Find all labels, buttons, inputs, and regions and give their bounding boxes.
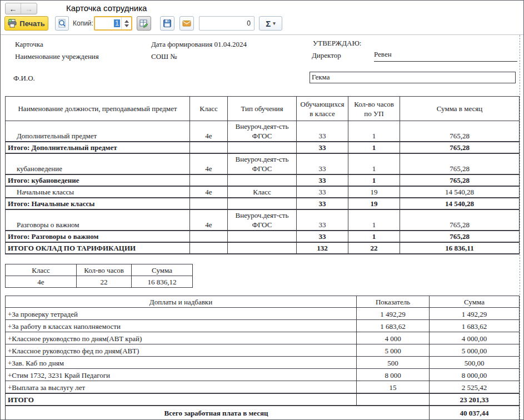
allowances-table-header-row: Доплаты и надбавкиПоказательСумма [6,296,520,308]
table-cell: 132 [297,242,348,254]
class-table-header-row: КлассКол-во часовСумма [6,264,193,276]
director-label: Директор [312,51,341,60]
table-cell: 1 492,29 [430,308,520,320]
print-button[interactable]: Печать [4,16,48,31]
document-area[interactable]: Карточка Дата формирования 01.04.2024 УТ… [1,34,523,420]
stepper-up-icon[interactable] [124,20,129,23]
table-row: Всего заработная плата в месяц40 037,44 [6,406,520,420]
table-cell [228,198,297,209]
table-row: +Стим 1732, 3231 Край Педагоги8 0008 000… [6,369,520,381]
table-cell: 40 037,44 [430,406,520,420]
back-button[interactable]: ← [6,3,21,14]
header-cell: Обучающихся в классе [297,97,348,121]
table-cell: 765,28 [400,142,520,153]
employee-name: Гекма [312,73,330,81]
table-cell: Внеуроч.деят-сть ФГОС [228,153,297,174]
table-cell: 765,28 [400,231,520,242]
table-cell: 5 000 [357,344,430,357]
preview-button[interactable] [55,16,69,31]
header-cell: Класс [6,264,77,276]
table-row: Разговоры о важном4еВнеуроч.деят-сть ФГО… [6,209,520,231]
table-cell: 8 000,00 [430,369,520,381]
table-row: Итого: Разговоры о важном331765,28 [6,231,520,242]
table-cell: 33 [297,142,348,153]
table-cell: +Стим 1732, 3231 Край Педагоги [6,369,357,381]
table-cell: +Выплата за выслугу лет [6,381,357,393]
table-cell [190,174,228,186]
nav-button-group: ← → [5,3,37,14]
table-row: ИТОГО23 201,33 [6,393,520,406]
table-cell [190,242,228,254]
header-cell: Сумма [132,264,193,276]
table-cell [190,142,228,153]
table-cell: Внеуроч.деят-сть ФГОС [228,121,297,142]
copies-value[interactable]: 1 [95,17,121,29]
fio-value-box: Гекма [310,72,516,83]
table-row: Дополнительный предмет4еВнеуроч.деят-сть… [6,121,520,142]
table-row: +Классное руководство по дням(АВТ край)4… [6,332,520,344]
allowances-table: Доплаты и надбавкиПоказательСумма +За пр… [5,296,520,420]
table-cell: 4 000,00 [430,332,520,344]
sum-button[interactable]: Σ ▾ [259,16,282,31]
table-row: Итого: Начальные классы331914 540,28 [6,198,520,209]
copies-stepper[interactable]: 1 [94,16,132,31]
mail-button[interactable] [179,16,194,31]
counter-field[interactable]: 0 [199,16,254,31]
table-cell [228,231,297,242]
header-cell: Кол-во часов [77,264,132,276]
back-arrow-icon: ← [9,4,17,13]
table-cell: 33 [297,231,348,242]
table-cell [190,198,228,209]
table-cell: 15 [357,381,430,393]
copies-label: Копий: [73,19,93,27]
table-cell: 5 000,00 [430,344,520,357]
save-button[interactable] [160,16,174,31]
table-cell: 4 000 [357,332,430,344]
table-cell [228,142,297,153]
page-title: Карточка сотрудника [66,3,147,13]
table-cell [228,242,297,254]
table-cell: 16 836,11 [400,242,520,254]
table-cell: Итого: кубановедение [6,174,190,186]
table-cell: 33 [297,186,348,198]
tariff-table-header-row: Наименование должности, преподаваемый пр… [6,97,520,121]
table-cell: 14 540,28 [400,186,520,198]
stepper-down-icon[interactable] [124,24,129,27]
table-cell: 765,28 [400,153,520,174]
table-cell: 16 836,12 [132,276,193,288]
table-cell: 1 683,62 [357,320,430,332]
table-cell: Всего заработная плата в месяц [6,406,430,420]
header-cell: Наименование должности, преподаваемый пр… [6,97,190,121]
table-cell: Класс [228,186,297,198]
table-row: +Классное руководство фед по дням(АВТ)5 … [6,344,520,357]
table-row: +Выплата за выслугу лет152 525,42 [6,381,520,393]
app-window: ← → Карточка сотрудника Печать [0,0,524,420]
table-cell: ИТОГО [6,393,357,406]
tariff-table: Наименование должности, преподаваемый пр… [5,96,520,254]
save-floppy-icon [163,19,172,28]
table-cell: 4е [190,121,228,142]
table-cell: Разговоры о важном [6,209,190,231]
copies-selected-text: 1 [114,19,120,27]
table-cell: 14 540,28 [400,198,520,209]
table-edit-icon [139,19,148,28]
table-cell: 765,28 [400,209,520,231]
table-row: Итого: Дополнительный предмет331765,28 [6,142,520,153]
header-cell: Сумма [430,296,520,308]
table-cell: 33 [297,209,348,231]
page-setup-button[interactable] [137,16,151,31]
toolbar: Печать Копий: 1 [1,16,523,34]
table-cell: 33 [297,198,348,209]
table-cell: 22 [77,276,132,288]
table-cell: 1 [348,209,400,231]
table-cell: 1 [348,174,400,186]
table-cell: 33 [297,153,348,174]
forward-button[interactable]: → [21,3,37,14]
approve-label: УТВЕРЖДАЮ: [313,39,361,48]
table-cell: 33 [297,174,348,186]
header-cell: Доплаты и надбавки [6,296,357,308]
table-cell: 1 [348,121,400,142]
table-cell: кубановедение [6,153,190,174]
header-cell: Показатель [357,296,430,308]
title-bar: ← → Карточка сотрудника [1,1,523,16]
